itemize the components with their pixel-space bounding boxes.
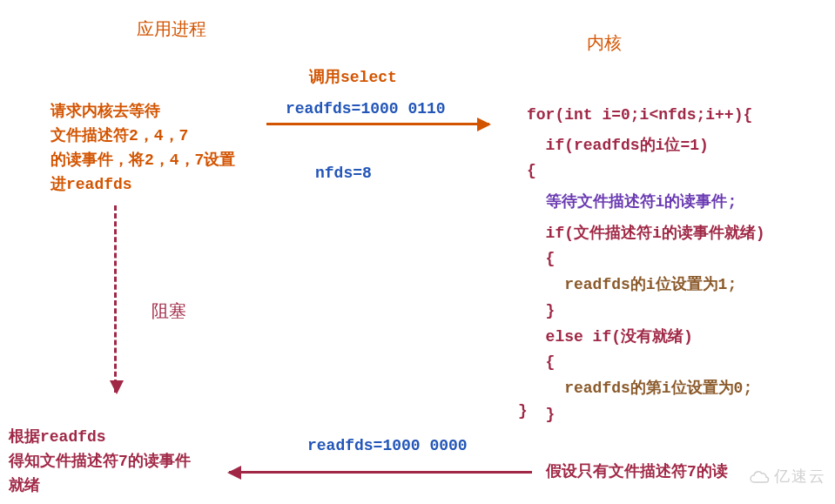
request-block: 请求内核去等待 文件描述符2，4，7 的读事件，将2，4，7设置 进readfd… xyxy=(51,100,235,198)
nfds-value: nfds=8 xyxy=(315,162,372,185)
code-line: else if(没有就绪) xyxy=(527,325,765,351)
code-line: } xyxy=(527,402,765,428)
code-line: readfds的i位设置为1; xyxy=(527,272,765,299)
code-close-brace: } xyxy=(518,399,528,425)
result-line: 根据readfds xyxy=(9,426,191,450)
assume-text: 假设只有文件描述符7的读 xyxy=(546,460,728,484)
code-line: for(int i=0;i<nfds;i++){ xyxy=(527,103,765,129)
app-process-title: 应用进程 xyxy=(137,16,206,42)
code-line: readfds的第i位设置为0; xyxy=(527,376,765,402)
call-select-arrow xyxy=(266,123,489,125)
watermark: 亿速云 xyxy=(748,466,826,487)
request-line: 进readfds xyxy=(51,173,235,198)
code-line: 等待文件描述符i的读事件; xyxy=(527,190,765,216)
blocking-label: 阻塞 xyxy=(152,298,186,324)
result-line: 就绪 xyxy=(9,474,191,499)
call-select-label: 调用select xyxy=(309,66,397,90)
readfds-return-value: readfds=1000 0000 xyxy=(307,434,468,458)
code-line: if(文件描述符i的读事件就绪) xyxy=(527,221,765,247)
code-line: } xyxy=(527,299,765,325)
request-line: 文件描述符2，4，7 xyxy=(51,124,235,149)
return-arrow xyxy=(229,471,532,474)
result-line: 得知文件描述符7的读事件 xyxy=(9,450,191,474)
watermark-text: 亿速云 xyxy=(774,467,826,485)
result-block: 根据readfds 得知文件描述符7的读事件 就绪 xyxy=(9,426,191,499)
kernel-title: 内核 xyxy=(587,30,622,56)
readfds-call-value: readfds=1000 0110 xyxy=(286,97,446,121)
request-line: 请求内核去等待 xyxy=(51,100,235,124)
code-line: if(readfds的i位=1) xyxy=(527,133,765,159)
code-line: { xyxy=(527,158,765,185)
request-line: 的读事件，将2，4，7设置 xyxy=(51,149,235,173)
blocking-arrow xyxy=(114,205,117,393)
code-line: { xyxy=(527,246,765,272)
kernel-code-block: for(int i=0;i<nfds;i++){ if(readfds的i位=1… xyxy=(527,103,765,427)
cloud-icon xyxy=(748,470,771,486)
code-line: { xyxy=(527,350,765,376)
code-line: } xyxy=(518,399,528,425)
